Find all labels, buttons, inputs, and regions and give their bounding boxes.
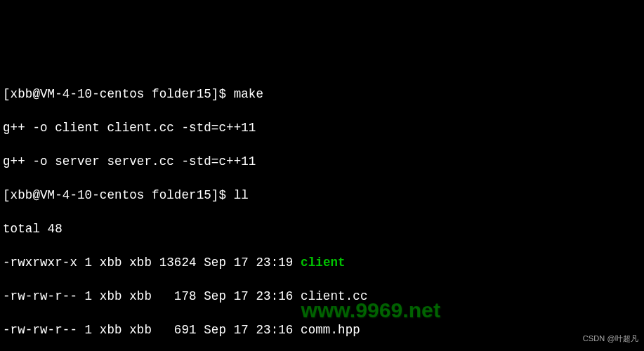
command-text: make (234, 87, 263, 101)
credit-text: CSDN @叶超凡 (583, 330, 638, 347)
terminal-line: [xbb@VM-4-10-centos folder15]$ make (3, 86, 641, 102)
terminal-line: [xbb@VM-4-10-centos folder15]$ ll (3, 187, 641, 204)
command-text: ll (234, 188, 249, 202)
file-row: -rw-rw-r-- 1 xbb xbb 691 Sep 17 23:16 co… (3, 322, 641, 338)
terminal[interactable]: [xbb@VM-4-10-centos folder15]$ make g++ … (3, 69, 641, 351)
output-line: g++ -o client client.cc -std=c++11 (3, 119, 641, 136)
output-line: total 48 (3, 220, 641, 237)
executable-name: client (301, 256, 346, 270)
file-row: -rw-rw-r-- 1 xbb xbb 178 Sep 17 23:16 cl… (3, 288, 641, 305)
output-line: g++ -o server server.cc -std=c++11 (3, 153, 641, 170)
shell-prompt: [xbb@VM-4-10-centos folder15]$ (3, 188, 234, 202)
file-row: -rwxrwxr-x 1 xbb xbb 13624 Sep 17 23:19 … (3, 254, 641, 271)
file-meta: -rwxrwxr-x 1 xbb xbb 13624 Sep 17 23:19 (3, 256, 301, 270)
shell-prompt: [xbb@VM-4-10-centos folder15]$ (3, 87, 234, 101)
